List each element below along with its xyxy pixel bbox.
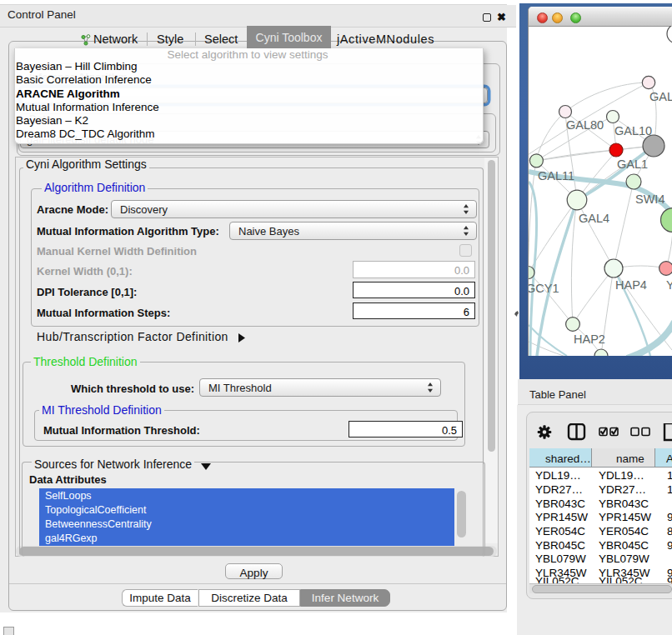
- svg-text:GAL11: GAL11: [538, 169, 574, 182]
- svg-text:HAP2: HAP2: [574, 332, 605, 346]
- svg-text:GCY1: GCY1: [529, 282, 559, 295]
- svg-text:GAL1: GAL1: [617, 158, 648, 171]
- svg-text:GAL4: GAL4: [579, 212, 609, 225]
- svg-text:GAL10: GAL10: [614, 124, 652, 138]
- svg-text:GAL80: GAL80: [566, 118, 604, 132]
- svg-text:YJ: YJ: [666, 278, 672, 292]
- svg-text:GAL7: GAL7: [649, 90, 672, 103]
- svg-text:HAP4: HAP4: [615, 278, 647, 292]
- svg-text:SWI4: SWI4: [635, 192, 664, 206]
